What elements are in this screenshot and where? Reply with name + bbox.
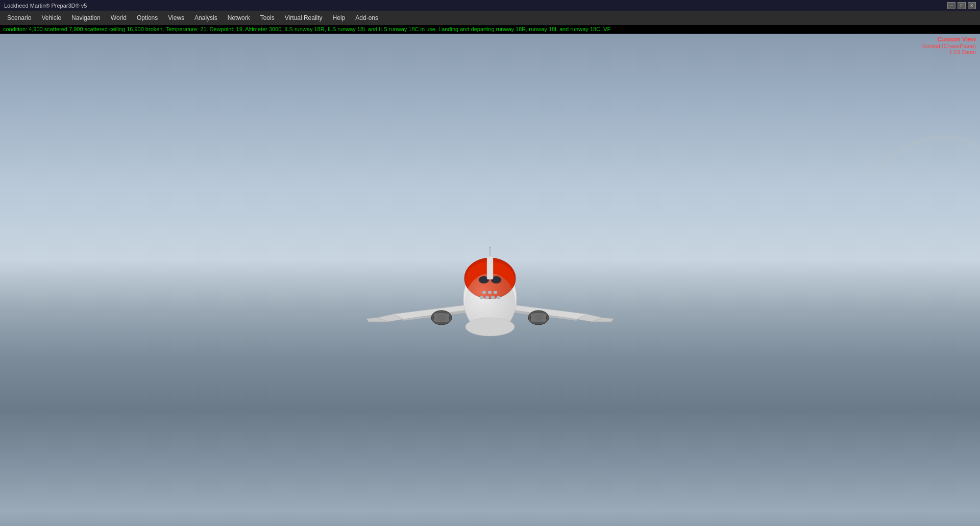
status-bar: condition: 4,900 scattered 7,900 scatter…: [0, 25, 980, 34]
aircraft-view: [362, 225, 618, 368]
custom-view-label: Custom View: [922, 36, 976, 43]
svg-rect-12: [497, 296, 500, 299]
menu-item-help[interactable]: Help: [328, 13, 351, 22]
window-controls: ─ □ ✕: [947, 2, 976, 9]
svg-rect-10: [485, 296, 489, 299]
svg-point-13: [465, 318, 514, 336]
menu-item-options[interactable]: Options: [132, 13, 163, 22]
menu-item-scenario[interactable]: Scenario: [2, 13, 36, 22]
overlay-info: Custom View Gimbal (ChasePlane) 1.23 Zoo…: [918, 34, 980, 57]
minimize-button[interactable]: ─: [947, 2, 955, 9]
menu-item-analysis[interactable]: Analysis: [189, 13, 223, 22]
svg-rect-9: [480, 296, 483, 299]
restore-button[interactable]: □: [958, 2, 966, 9]
menu-item-addons[interactable]: Add-ons: [350, 13, 383, 22]
status-text: condition: 4,900 scattered 7,900 scatter…: [3, 26, 610, 32]
title-bar: Lockheed Martin® Prepar3D® v5 ─ □ ✕: [0, 0, 980, 11]
svg-rect-8: [494, 291, 497, 294]
app-title: Lockheed Martin® Prepar3D® v5: [4, 3, 87, 9]
svg-rect-20: [487, 256, 493, 279]
menu-item-network[interactable]: Network: [223, 13, 255, 22]
menu-item-tools[interactable]: Tools: [255, 13, 280, 22]
menu-item-world[interactable]: World: [106, 13, 132, 22]
svg-rect-7: [488, 291, 492, 294]
menu-item-navigation[interactable]: Navigation: [66, 13, 106, 22]
aircraft-svg: [362, 225, 618, 368]
menu-item-vehicle[interactable]: Vehicle: [36, 13, 66, 22]
svg-rect-6: [482, 291, 486, 294]
menu-item-virtualreality[interactable]: Virtual Reality: [280, 13, 328, 22]
menu-bar: ScenarioVehicleNavigationWorldOptionsVie…: [0, 11, 980, 25]
close-button[interactable]: ✕: [968, 2, 976, 9]
menu-item-views[interactable]: Views: [163, 13, 189, 22]
zoom-label: 1.23 Zoom: [922, 49, 976, 55]
gimbal-label: Gimbal (ChasePlane): [922, 43, 976, 49]
svg-rect-11: [491, 296, 495, 299]
viewport: Custom View Gimbal (ChasePlane) 1.23 Zoo…: [0, 34, 980, 526]
